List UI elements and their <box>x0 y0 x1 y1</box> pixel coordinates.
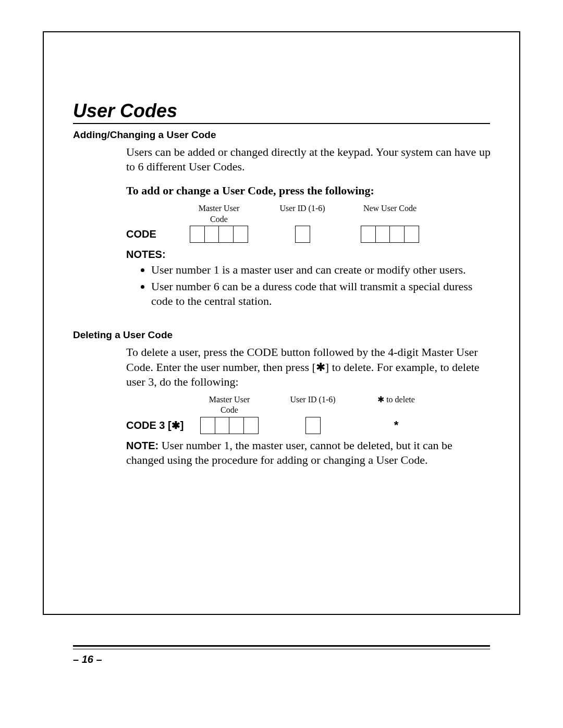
code-entry-delete: Master User Code User ID (1-6) ✱ to dele… <box>126 394 491 434</box>
section-body-delete: To delete a user, press the CODE button … <box>126 345 491 468</box>
label-userid-del: User ID (1-6) <box>285 394 341 416</box>
note-item: User number 6 can be a duress code that … <box>151 279 491 309</box>
master-code-boxes <box>189 226 249 243</box>
label-todelete: ✱ to delete <box>370 394 422 416</box>
master-code-boxes-del <box>199 417 260 434</box>
note-inline: NOTE: User number 1, the master user, ca… <box>126 438 491 468</box>
note-bold: NOTE: <box>126 440 158 451</box>
star-symbol: * <box>370 418 422 433</box>
lead-code: CODE <box>126 228 189 241</box>
labels-line-delete: Master User Code User ID (1-6) ✱ to dele… <box>126 394 491 416</box>
footer-rule-thick <box>73 645 490 647</box>
labels-line-add: Master User Code User ID (1-6) New User … <box>126 203 491 225</box>
label-userid: User ID (1-6) <box>274 203 331 225</box>
digit-box <box>375 226 390 243</box>
label-master: Master User Code <box>189 203 249 225</box>
instruction-add: To add or change a User Code, press the … <box>126 183 491 198</box>
section-heading-delete: Deleting a User Code <box>73 329 490 341</box>
section-heading-add: Adding/Changing a User Code <box>73 129 490 141</box>
notes-label: NOTES: <box>126 248 491 262</box>
boxes-line-add: CODE <box>126 226 491 243</box>
digit-box <box>404 226 419 243</box>
content-area: User Codes Adding/Changing a User Code U… <box>73 100 490 468</box>
delete-paragraph: To delete a user, press the CODE button … <box>126 345 491 389</box>
new-code-boxes <box>360 226 420 243</box>
digit-box <box>229 417 244 434</box>
page-number: – 16 – <box>73 653 102 665</box>
digit-box <box>200 417 215 434</box>
digit-box <box>204 226 219 243</box>
digit-box <box>218 226 234 243</box>
digit-box <box>361 226 376 243</box>
section-body-add: Users can be added or changed directly a… <box>126 145 491 309</box>
digit-box <box>233 226 248 243</box>
note-item: User number 1 is a master user and can c… <box>151 263 491 277</box>
userid-box-del <box>285 417 341 434</box>
lead-code-delete: CODE 3 [✱] <box>126 419 199 433</box>
digit-box <box>305 417 321 434</box>
intro-paragraph: Users can be added or changed directly a… <box>126 145 491 174</box>
page-title: User Codes <box>73 100 490 124</box>
digit-box <box>190 226 205 243</box>
notes-list: User number 1 is a master user and can c… <box>126 263 491 309</box>
digit-box <box>243 417 259 434</box>
code-entry-add: Master User Code User ID (1-6) New User … <box>126 203 491 243</box>
digit-box <box>389 226 405 243</box>
digit-box <box>295 226 310 243</box>
label-master-del: Master User Code <box>199 394 260 416</box>
boxes-line-delete: CODE 3 [✱] * <box>126 417 491 434</box>
note-text: User number 1, the master user, cannot b… <box>126 439 452 467</box>
footer-rule-thin <box>73 649 490 649</box>
digit-box <box>215 417 230 434</box>
userid-box <box>274 226 331 243</box>
page: User Codes Adding/Changing a User Code U… <box>0 0 563 728</box>
label-newcode: New User Code <box>360 203 420 225</box>
